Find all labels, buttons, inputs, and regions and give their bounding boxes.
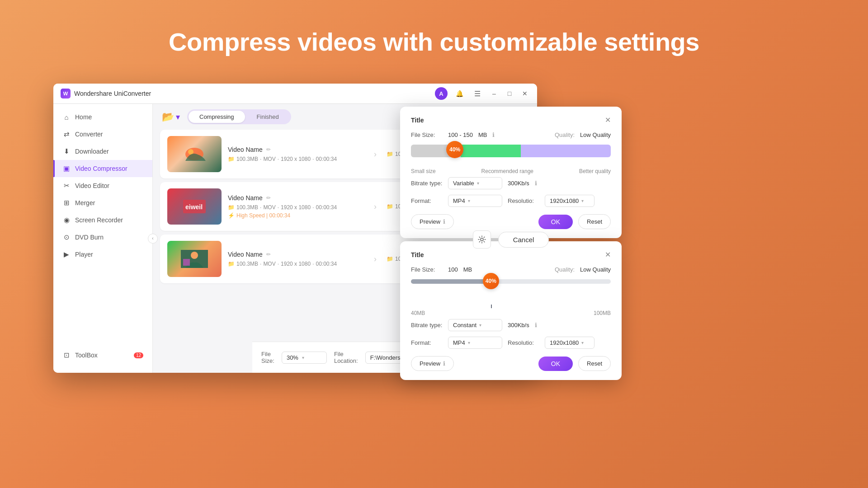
converter-icon: ⇄ <box>62 130 71 138</box>
dialog-2-quality-value: Low Quality <box>580 266 611 273</box>
high-speed-badge-2: ⚡ High Speed | 00:00:34 <box>228 212 364 219</box>
video-thumb-2: eiweil <box>167 188 222 225</box>
cancel-button[interactable]: Cancel <box>498 232 549 248</box>
dialog-2-slider-area[interactable]: 40% 40MB 100MB <box>411 279 611 316</box>
video-meta-in-3: 📁 100.3MB · MOV · 868 x 488 · 00:00:34 <box>228 261 364 267</box>
sidebar-item-player[interactable]: ▶ Player <box>53 246 152 263</box>
dialog-2-format-row: Format: MP4 ▾ Resolutio: 868x488 ▾ <box>411 337 611 349</box>
avatar-button[interactable]: A <box>435 87 448 100</box>
dialog-1-quality-label: Quality: <box>555 131 575 138</box>
edit-icon-1[interactable]: ✏ <box>266 146 271 153</box>
dialog-2-slider-thumb-circle: 40% <box>483 273 499 289</box>
tab-compressing[interactable]: Compressing <box>189 111 245 123</box>
dialog-1-preview-button[interactable]: Preview ℹ <box>411 214 454 229</box>
dialog-2-format-select[interactable]: MP4 ▾ <box>448 337 502 349</box>
dialog-1-slider-thumb[interactable]: 40% <box>446 141 463 158</box>
edit-icon-3[interactable]: ✏ <box>266 251 271 258</box>
dialog-2-bitrate-row: Bitrate type: Constant ▾ 300Kb/s ℹ <box>411 319 611 331</box>
sidebar-item-converter[interactable]: ⇄ Converter <box>53 126 152 143</box>
dialog-1-file-size-value: 100 - 150 <box>448 131 473 138</box>
cancel-bar: Cancel <box>400 230 622 249</box>
dialog-1-buttons: Preview ℹ OK Reset <box>411 214 611 229</box>
video-meta-in-1: 📁 100.3MB · MOV · 868 x 488 · 00:00:34 <box>228 156 364 162</box>
player-icon: ▶ <box>62 250 71 258</box>
slider-label-small: Small size <box>411 168 436 174</box>
dialog-1-resolution-select[interactable]: 868x488 ▾ <box>545 195 594 207</box>
sidebar-label-merger: Merger <box>75 199 95 206</box>
dialog-2-resolution-select[interactable]: 868x488 ▾ <box>545 337 594 349</box>
arrow-icon-1: › <box>370 150 380 159</box>
dialog-2-bitrate-arrow: ▾ <box>479 323 481 328</box>
dialog-1-file-size-info[interactable]: ℹ <box>492 131 495 138</box>
video-thumb-1 <box>167 136 222 172</box>
video-info-2: Video Name ✏ 📁 100.3MB · MOV · 1920 x 10… <box>228 194 364 219</box>
dialog-1-title: Title <box>411 117 424 124</box>
dialog-1-format-select[interactable]: MP4 ▾ <box>448 195 502 207</box>
tab-finished[interactable]: Finished <box>246 111 290 123</box>
sidebar-item-home[interactable]: ⌂ Home <box>53 108 152 126</box>
file-size-label: File Size: <box>261 351 274 364</box>
sidebar-item-video-compressor[interactable]: ▣ Video Compressor <box>53 160 152 177</box>
dialog-2-file-size-unit: MB <box>463 266 472 273</box>
dialog-2-preview-button[interactable]: Preview ℹ <box>411 356 454 371</box>
sidebar-label-video-editor: Video Editor <box>75 182 109 189</box>
dialog-1-slider-area[interactable]: 40% Small size Recommended range Better … <box>411 145 611 174</box>
dialog-2-slider-thumb[interactable]: 40% <box>483 273 499 289</box>
dialog-2-bitrate-speed: 300Kb/s <box>508 322 529 328</box>
sidebar-item-dvd-burn[interactable]: ⊙ DVD Burn <box>53 229 152 246</box>
sidebar-item-video-editor[interactable]: ✂ Video Editor <box>53 177 152 194</box>
dialog-2-slider-labels: 40MB 100MB <box>411 310 611 316</box>
dialog-1-bitrate-arrow: ▾ <box>477 181 479 186</box>
home-icon: ⌂ <box>62 113 71 121</box>
dialog-1-file-size-row: File Size: 100 - 150 MB ℹ Quality: Low Q… <box>411 131 611 138</box>
dialog-2-file-size-row: File Size: 100 MB Quality: Low Quality <box>411 266 611 273</box>
sidebar-item-screen-recorder[interactable]: ◉ Screen Recorder <box>53 211 152 229</box>
dialog-2-bitrate-select[interactable]: Constant ▾ <box>448 319 502 331</box>
svg-point-1 <box>188 149 193 155</box>
dialog-2-ok-button[interactable]: OK <box>538 357 573 371</box>
dialog-1-slider-track <box>411 145 611 157</box>
dialog-1-format-row: Format: MP4 ▾ Resolutio: 868x488 ▾ <box>411 195 611 207</box>
file-size-select[interactable]: 30% ▾ <box>282 352 327 364</box>
slider-2-max-label: 100MB <box>594 310 611 316</box>
dialog-2-reset-button[interactable]: Reset <box>578 356 611 371</box>
dialog-2-close[interactable]: ✕ <box>605 250 611 259</box>
sidebar-label-home: Home <box>75 113 92 121</box>
dialog-2-bitrate-info[interactable]: ℹ <box>535 322 537 328</box>
settings-icon-button[interactable] <box>473 230 491 249</box>
dialog-1-bitrate-info[interactable]: ℹ <box>535 180 537 187</box>
menu-button[interactable]: ☰ <box>471 87 484 100</box>
sidebar-item-merger[interactable]: ⊞ Merger <box>53 194 152 211</box>
dialog-2-slider-line <box>491 305 492 308</box>
sidebar-item-downloader[interactable]: ⬇ Downloader <box>53 143 152 160</box>
bell-button[interactable]: 🔔 <box>453 87 466 100</box>
file-location-label: File Location: <box>334 351 358 364</box>
dialog-1-close[interactable]: ✕ <box>605 116 611 124</box>
dialog-2-format-label: Format: <box>411 339 443 346</box>
video-thumb-3 <box>167 241 222 277</box>
tab-bar: Compressing Finished <box>187 109 291 124</box>
dialog-2-bitrate-label: Bitrate type: <box>411 322 443 328</box>
sidebar-collapse-button[interactable]: ‹ <box>148 234 158 244</box>
video-editor-icon: ✂ <box>62 182 71 190</box>
add-files-button[interactable]: 📂 ▾ <box>162 111 180 123</box>
preview-info-icon: ℹ <box>443 218 445 225</box>
edit-icon-2[interactable]: ✏ <box>266 195 271 201</box>
dialog-1-ok-button[interactable]: OK <box>538 215 573 229</box>
dialog-2-buttons: Preview ℹ OK Reset <box>411 356 611 371</box>
dialog-1-bitrate-label: Bitrate type: <box>411 180 443 187</box>
close-button[interactable]: ✕ <box>520 89 530 99</box>
dialog-2-format-arrow: ▾ <box>468 340 470 345</box>
dialog-1-bitrate-select[interactable]: Variable ▾ <box>448 177 502 189</box>
video-name-3: Video Name <box>228 251 263 258</box>
svg-text:eiweil: eiweil <box>185 203 203 211</box>
slider-label-recommended: Recommended range <box>481 168 533 174</box>
minimize-button[interactable]: – <box>489 89 499 99</box>
sidebar-label-player: Player <box>75 251 93 258</box>
maximize-button[interactable]: □ <box>505 89 514 99</box>
dialog-2-resolution-arrow: ▾ <box>581 340 584 345</box>
file-size-select-arrow: ▾ <box>302 355 304 360</box>
sidebar-item-toolbox[interactable]: ⊡ ToolBox 12 <box>53 347 152 364</box>
dialog-1-format-label: Format: <box>411 197 443 204</box>
dialog-1-reset-button[interactable]: Reset <box>578 214 611 229</box>
